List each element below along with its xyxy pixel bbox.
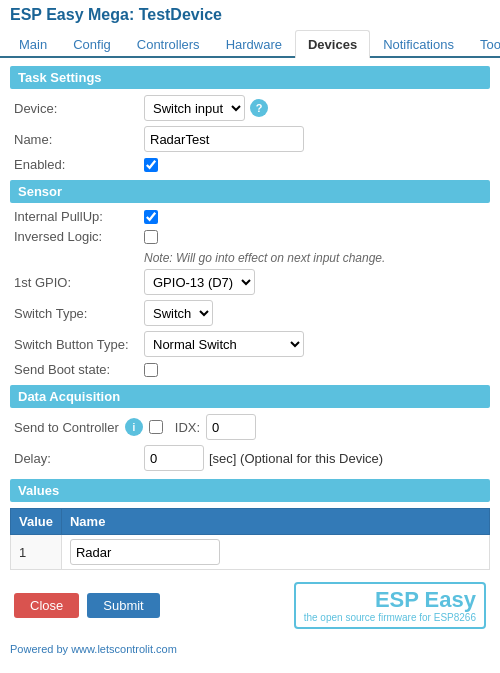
- table-row: 1: [11, 535, 490, 570]
- task-settings-header: Task Settings: [10, 66, 490, 89]
- footer-link[interactable]: Powered by www.letscontrolit.com: [10, 643, 177, 655]
- footer: Powered by www.letscontrolit.com: [0, 637, 500, 662]
- delay-label: Delay:: [14, 451, 144, 466]
- tab-hardware[interactable]: Hardware: [213, 30, 295, 58]
- pullup-row: Internal PullUp:: [10, 209, 490, 224]
- values-table: Value Name 1: [10, 508, 490, 570]
- name-label: Name:: [14, 132, 144, 147]
- device-select[interactable]: Switch input: [144, 95, 245, 121]
- pullup-checkbox[interactable]: [144, 210, 158, 224]
- device-control-group: Switch input ?: [144, 95, 268, 121]
- gpio-row: 1st GPIO: GPIO-13 (D7): [10, 269, 490, 295]
- send-boot-row: Send Boot state:: [10, 362, 490, 377]
- pullup-label: Internal PullUp:: [14, 209, 144, 224]
- sensor-header: Sensor: [10, 180, 490, 203]
- switch-button-select[interactable]: Normal Switch: [144, 331, 304, 357]
- row-value: 1: [11, 535, 62, 570]
- tab-tools[interactable]: Tools: [467, 30, 500, 58]
- sensor-note: Note: Will go into effect on next input …: [10, 249, 490, 269]
- close-button[interactable]: Close: [14, 593, 79, 618]
- gpio-label: 1st GPIO:: [14, 275, 144, 290]
- send-controller-label: Send to Controller: [14, 420, 119, 435]
- send-controller-row: Send to Controller i IDX:: [10, 414, 490, 440]
- task-settings-section: Task Settings Device: Switch input ? Nam…: [10, 66, 490, 172]
- values-section: Values Value Name 1: [10, 479, 490, 570]
- header: ESP Easy Mega: TestDevice: [0, 0, 500, 30]
- switch-type-row: Switch Type: Switch: [10, 300, 490, 326]
- switch-type-label: Switch Type:: [14, 306, 144, 321]
- send-boot-checkbox[interactable]: [144, 363, 158, 377]
- esp-logo-subtext: the open source firmware for ESP8266: [304, 612, 476, 623]
- nav-tabs: Main Config Controllers Hardware Devices…: [0, 30, 500, 58]
- device-row: Device: Switch input ?: [10, 95, 490, 121]
- switch-button-row: Switch Button Type: Normal Switch: [10, 331, 490, 357]
- inversed-checkbox[interactable]: [144, 230, 158, 244]
- name-input[interactable]: [144, 126, 304, 152]
- device-help-icon[interactable]: ?: [250, 99, 268, 117]
- da-help-icon[interactable]: i: [125, 418, 143, 436]
- row-name-input[interactable]: [70, 539, 220, 565]
- idx-label: IDX:: [175, 420, 200, 435]
- esp-logo-text: ESP Easy: [375, 587, 476, 612]
- row-name-cell: [61, 535, 489, 570]
- enabled-label: Enabled:: [14, 157, 144, 172]
- send-controller-checkbox[interactable]: [149, 420, 163, 434]
- device-label: Device:: [14, 101, 144, 116]
- data-acquisition-section: Data Acquisition Send to Controller i ID…: [10, 385, 490, 471]
- send-boot-label: Send Boot state:: [14, 362, 144, 377]
- tab-notifications[interactable]: Notifications: [370, 30, 467, 58]
- esp-logo-box: ESP Easy the open source firmware for ES…: [294, 582, 486, 629]
- values-header: Values: [10, 479, 490, 502]
- enabled-row: Enabled:: [10, 157, 490, 172]
- inversed-label: Inversed Logic:: [14, 229, 144, 244]
- inversed-row: Inversed Logic:: [10, 229, 490, 244]
- name-row: Name:: [10, 126, 490, 152]
- idx-input[interactable]: [206, 414, 256, 440]
- delay-row: Delay: [sec] (Optional for this Device): [10, 445, 490, 471]
- da-header: Data Acquisition: [10, 385, 490, 408]
- tab-main[interactable]: Main: [6, 30, 60, 58]
- enabled-checkbox[interactable]: [144, 158, 158, 172]
- tab-controllers[interactable]: Controllers: [124, 30, 213, 58]
- page-title: ESP Easy Mega: TestDevice: [10, 6, 222, 23]
- content: Task Settings Device: Switch input ? Nam…: [0, 58, 500, 637]
- gpio-select[interactable]: GPIO-13 (D7): [144, 269, 255, 295]
- delay-input[interactable]: [144, 445, 204, 471]
- submit-button[interactable]: Submit: [87, 593, 159, 618]
- action-row: Close Submit ESP Easy the open source fi…: [10, 582, 490, 629]
- col-value-header: Value: [11, 509, 62, 535]
- switch-button-label: Switch Button Type:: [14, 337, 144, 352]
- delay-suffix: [sec] (Optional for this Device): [209, 451, 383, 466]
- tab-devices[interactable]: Devices: [295, 30, 370, 58]
- tab-config[interactable]: Config: [60, 30, 124, 58]
- sensor-section: Sensor Internal PullUp: Inversed Logic: …: [10, 180, 490, 377]
- switch-type-select[interactable]: Switch: [144, 300, 213, 326]
- esp-logo: ESP Easy the open source firmware for ES…: [294, 582, 486, 629]
- col-name-header: Name: [61, 509, 489, 535]
